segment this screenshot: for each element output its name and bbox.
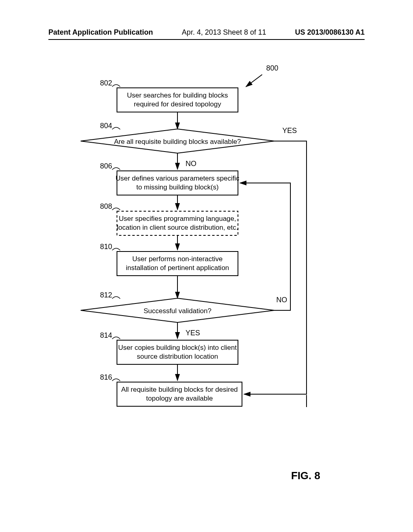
node-816: 816 All requisite building blocks for de… <box>100 373 242 406</box>
ref-800-label: 800 <box>266 64 278 72</box>
svg-text:User searches for building blo: User searches for building blocks <box>127 91 228 99</box>
svg-text:YES: YES <box>186 329 200 337</box>
svg-text:NO: NO <box>186 160 196 168</box>
node-810: 810 User performs non-interactive instal… <box>100 243 238 276</box>
node-814: 814 User copies building block(s) into c… <box>100 331 238 364</box>
arrow-804-yes <box>244 141 307 435</box>
svg-text:Are all requisite building blo: Are all requisite building blocks availa… <box>114 138 241 145</box>
svg-text:YES: YES <box>282 127 297 135</box>
svg-text:804: 804 <box>100 122 112 130</box>
flowchart: 800 802 User searches for building block… <box>0 48 413 472</box>
svg-text:required for desired topology: required for desired topology <box>134 100 221 108</box>
node-806: 806 User defines various parameters spec… <box>100 162 240 195</box>
svg-text:NO: NO <box>276 296 287 304</box>
svg-text:User performs non-interactive: User performs non-interactive <box>132 255 223 263</box>
svg-text:816: 816 <box>100 373 112 381</box>
header-center: Apr. 4, 2013 Sheet 8 of 11 <box>182 28 266 37</box>
ref-800-arrow <box>246 75 262 87</box>
svg-text:814: 814 <box>100 331 112 339</box>
node-804: 804 Are all requisite building blocks av… <box>81 122 297 168</box>
svg-text:User copies building block(s) : User copies building block(s) into clien… <box>118 344 237 351</box>
svg-text:installation of pertinent appl: installation of pertinent application <box>126 264 229 272</box>
node-812: 812 Successful validation? YES NO <box>81 291 287 337</box>
svg-text:Successful validation?: Successful validation? <box>144 307 211 315</box>
svg-text:User defines various parameter: User defines various parameters specific <box>115 175 240 182</box>
svg-text:location in client source dist: location in client source distribution, … <box>117 224 238 231</box>
arrow-812-no <box>240 183 290 310</box>
figure-caption: FIG. 8 <box>291 470 320 482</box>
svg-text:to missing building block(s): to missing building block(s) <box>136 183 219 191</box>
svg-text:User specifies programming lan: User specifies programming language, <box>119 215 236 222</box>
svg-text:802: 802 <box>100 79 112 87</box>
svg-text:source distribution location: source distribution location <box>137 353 218 360</box>
node-802: 802 User searches for building blocks re… <box>100 79 238 112</box>
svg-text:812: 812 <box>100 291 112 299</box>
node-808: 808 User specifies programming language,… <box>100 202 238 235</box>
header-left: Patent Application Publication <box>48 28 153 37</box>
header-right: US 2013/0086130 A1 <box>295 28 365 37</box>
page-header: Patent Application Publication Apr. 4, 2… <box>48 28 365 40</box>
svg-text:808: 808 <box>100 202 112 210</box>
svg-text:topology are available: topology are available <box>146 395 213 402</box>
svg-text:806: 806 <box>100 162 112 170</box>
svg-text:810: 810 <box>100 243 112 251</box>
svg-text:All requisite building blocks : All requisite building blocks for desire… <box>121 386 238 393</box>
